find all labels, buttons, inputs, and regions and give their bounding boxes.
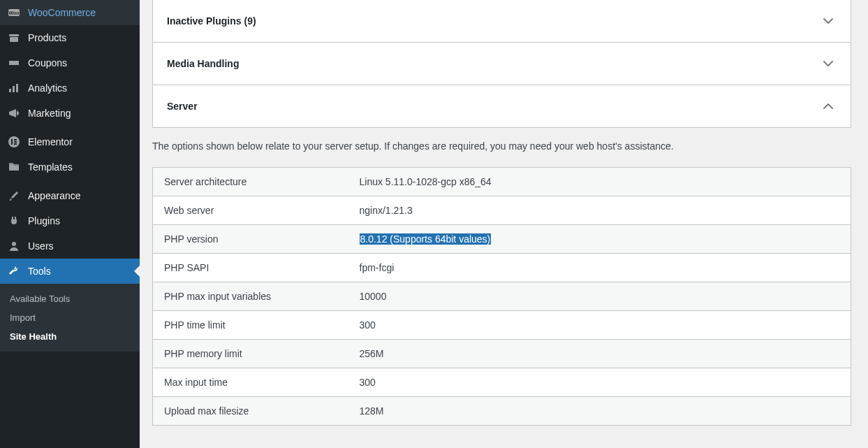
svg-rect-2 (9, 34, 19, 36)
panel-header-media-handling[interactable]: Media Handling (153, 43, 851, 85)
submenu-item-import[interactable]: Import (0, 308, 140, 327)
panel-header-inactive-plugins[interactable]: Inactive Plugins (9) (153, 0, 851, 42)
table-row: Web server nginx/1.21.3 (153, 196, 851, 225)
svg-rect-8 (11, 139, 13, 145)
chevron-up-icon (820, 98, 837, 115)
submenu-item-site-health[interactable]: Site Health (0, 327, 140, 346)
row-label: PHP time limit (153, 311, 348, 340)
woocommerce-icon: Woo (7, 6, 21, 20)
panel-title: Server (167, 101, 198, 112)
ticket-icon (7, 56, 21, 70)
svg-rect-10 (14, 141, 17, 143)
megaphone-icon (7, 106, 21, 120)
sidebar-item-label: Templates (28, 161, 73, 173)
admin-sidebar: Woo WooCommerce Products Coupons Analyti… (0, 0, 140, 448)
row-label: PHP max input variables (153, 282, 348, 311)
chevron-down-icon (820, 55, 837, 72)
row-value: 300 (348, 368, 851, 397)
row-value: 300 (348, 311, 851, 340)
plug-icon (7, 214, 21, 228)
sidebar-item-templates[interactable]: Templates (0, 154, 140, 180)
sidebar-item-elementor[interactable]: Elementor (0, 129, 140, 154)
sidebar-item-tools[interactable]: Tools (0, 259, 140, 284)
php-version-highlight: 8.0.12 (Supports 64bit values) (360, 233, 492, 245)
row-value: 256M (348, 340, 851, 368)
sidebar-item-label: Elementor (28, 136, 73, 147)
svg-point-12 (12, 242, 16, 246)
svg-rect-3 (10, 37, 18, 42)
sidebar-item-label: Products (28, 32, 66, 43)
row-value: nginx/1.21.3 (348, 196, 851, 225)
row-value: fpm-fcgi (348, 254, 851, 282)
row-label: PHP memory limit (153, 340, 348, 368)
sidebar-item-label: Users (28, 240, 54, 252)
svg-rect-9 (14, 139, 17, 140)
table-row: PHP time limit 300 (153, 311, 851, 340)
sidebar-item-woocommerce[interactable]: Woo WooCommerce (0, 0, 140, 25)
table-row: PHP SAPI fpm-fcgi (153, 254, 851, 282)
server-description: The options shown below relate to your s… (152, 140, 851, 167)
user-icon (7, 239, 21, 253)
sidebar-item-label: WooCommerce (28, 7, 96, 18)
sidebar-item-coupons[interactable]: Coupons (0, 50, 140, 75)
row-label: Max input time (153, 368, 348, 397)
svg-text:Woo: Woo (8, 10, 19, 15)
tools-submenu: Available Tools Import Site Health (0, 284, 140, 352)
panel-inactive-plugins: Inactive Plugins (9) Media Handling Serv… (152, 0, 851, 128)
svg-rect-6 (16, 84, 18, 92)
sidebar-item-appearance[interactable]: Appearance (0, 183, 140, 208)
chevron-down-icon (820, 13, 837, 29)
row-label: Upload max filesize (153, 397, 348, 426)
sidebar-item-products[interactable]: Products (0, 25, 140, 50)
sidebar-item-label: Tools (28, 266, 51, 277)
row-label: PHP SAPI (153, 254, 348, 282)
panel-title: Media Handling (167, 58, 239, 69)
row-value: 128M (348, 397, 851, 426)
sidebar-item-label: Analytics (28, 82, 67, 94)
table-row: Server architecture Linux 5.11.0-1028-gc… (153, 168, 851, 196)
main-content: Inactive Plugins (9) Media Handling Serv… (140, 0, 868, 448)
folder-icon (7, 160, 21, 174)
elementor-icon (7, 135, 21, 149)
table-row: PHP max input variables 10000 (153, 282, 851, 311)
row-label: Web server (153, 196, 348, 225)
submenu-item-available-tools[interactable]: Available Tools (0, 289, 140, 308)
row-value: Linux 5.11.0-1028-gcp x86_64 (348, 168, 851, 196)
svg-rect-11 (14, 143, 17, 145)
row-value: 8.0.12 (Supports 64bit values) (348, 225, 851, 254)
chart-bar-icon (7, 81, 21, 95)
panel-title: Inactive Plugins (9) (167, 15, 256, 27)
wrench-icon (7, 264, 21, 278)
svg-rect-5 (13, 86, 15, 92)
brush-icon (7, 189, 21, 203)
sidebar-item-label: Appearance (28, 190, 81, 201)
sidebar-item-plugins[interactable]: Plugins (0, 208, 140, 233)
sidebar-item-label: Marketing (28, 108, 71, 119)
panel-header-server[interactable]: Server (153, 85, 851, 127)
table-row: PHP version 8.0.12 (Supports 64bit value… (153, 225, 851, 254)
row-label: PHP version (153, 225, 348, 254)
row-value: 10000 (348, 282, 851, 311)
table-row: Upload max filesize 128M (153, 397, 851, 426)
table-row: PHP memory limit 256M (153, 340, 851, 368)
svg-rect-4 (9, 89, 11, 92)
panel-body-server: The options shown below relate to your s… (152, 128, 851, 426)
sidebar-item-analytics[interactable]: Analytics (0, 75, 140, 101)
archive-icon (7, 31, 21, 45)
sidebar-item-label: Coupons (28, 57, 67, 68)
sidebar-item-label: Plugins (28, 215, 60, 226)
sidebar-item-users[interactable]: Users (0, 233, 140, 259)
server-info-table: Server architecture Linux 5.11.0-1028-gc… (152, 167, 851, 426)
sidebar-item-marketing[interactable]: Marketing (0, 101, 140, 126)
row-label: Server architecture (153, 168, 348, 196)
table-row: Max input time 300 (153, 368, 851, 397)
